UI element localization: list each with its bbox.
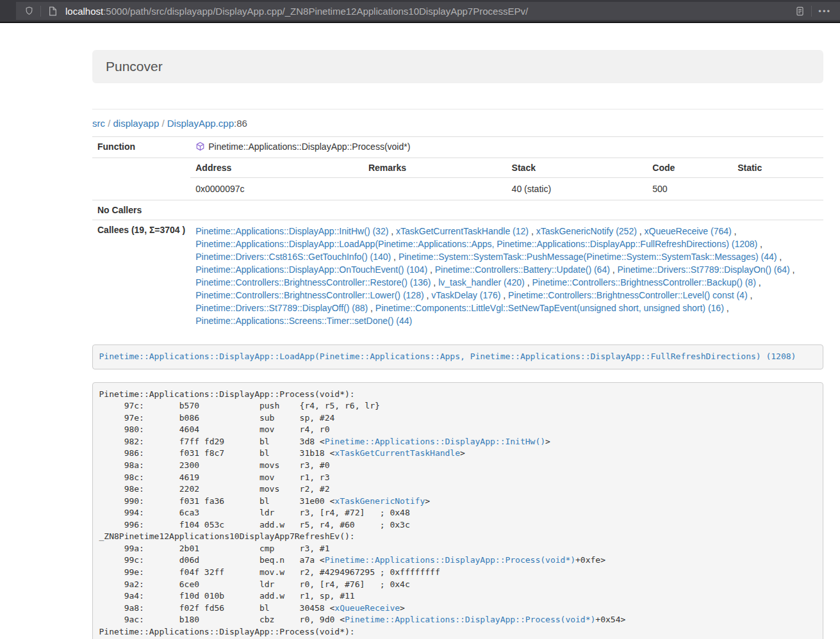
callee-link[interactable]: xTaskGetCurrentTaskHandle (12) [396, 226, 529, 236]
breadcrumb-link[interactable]: displayapp [113, 118, 160, 129]
toolbar-divider [811, 6, 812, 17]
details-header-row: Address Remarks Stack Code Static [190, 158, 823, 178]
highlighted-symbol-box: Pinetime::Applications::DisplayApp::Load… [92, 344, 823, 369]
app-header: Puncover [92, 50, 823, 83]
breadcrumb-line-number: :86 [234, 118, 247, 129]
assembly-symbol-link[interactable]: Pinetime::Applications::DisplayApp::Proc… [325, 555, 575, 565]
column-code: Code [647, 158, 732, 178]
url-text[interactable]: localhost:5000/path/src/displayapp/Displ… [65, 6, 792, 17]
callee-link[interactable]: Pinetime::Components::LittleVgl::SetNewT… [375, 303, 724, 313]
callee-link[interactable]: Pinetime::Controllers::BrightnessControl… [532, 277, 755, 287]
callee-link[interactable]: Pinetime::Drivers::St7789::DisplayOn() (… [618, 264, 790, 275]
callee-link[interactable]: lv_task_handler (420) [438, 277, 525, 287]
callee-link[interactable]: Pinetime::Drivers::Cst816S::GetTouchInfo… [195, 252, 391, 262]
callees-row: Callees (19, Σ=3704 ) Pinetime::Applicat… [92, 220, 823, 332]
function-row: Function Pinetime::Applications::Display… [92, 137, 823, 158]
static-value [732, 178, 823, 200]
column-remarks: Remarks [363, 158, 507, 178]
callee-link[interactable]: vTaskDelay (176) [431, 290, 500, 300]
callee-link[interactable]: Pinetime::Controllers::Battery::Update()… [435, 264, 610, 275]
callees-list: Pinetime::Applications::DisplayApp::Init… [190, 220, 823, 332]
callee-separator: , [391, 252, 399, 262]
function-label: Function [92, 137, 190, 158]
divider [92, 109, 823, 109]
callee-separator: , [756, 277, 761, 287]
callee-link[interactable]: Pinetime::Drivers::St7789::DisplayOff() … [195, 303, 368, 313]
assembly-symbol-link[interactable]: Pinetime::Applications::DisplayApp::Proc… [345, 615, 595, 624]
callee-separator: , [431, 277, 438, 287]
empty-label [92, 158, 190, 200]
code-value: 500 [647, 178, 732, 200]
assembly-symbol-link[interactable]: Pinetime::Applications::DisplayApp::Init… [325, 437, 545, 446]
callee-separator: , [637, 226, 645, 236]
callee-separator: , [368, 303, 375, 313]
function-details-table: Address Remarks Stack Code Static 0x0000… [190, 158, 823, 200]
callee-separator: , [525, 277, 532, 287]
no-callers-label: No Callers [92, 200, 190, 220]
callee-link[interactable]: Pinetime::Applications::Screens::Timer::… [195, 316, 412, 326]
assembly-symbol-link[interactable]: xQueueReceive [334, 603, 400, 613]
callee-link[interactable]: Pinetime::Applications::DisplayApp::Load… [195, 239, 757, 249]
callee-separator: , [724, 303, 729, 313]
page-title: Puncover [106, 59, 810, 74]
overflow-menu-icon[interactable]: ••• [818, 6, 831, 16]
address-value: 0x0000097c [190, 178, 363, 200]
function-name: Pinetime::Applications::DisplayApp::Proc… [208, 142, 410, 152]
callee-separator: , [757, 239, 762, 249]
column-static: Static [732, 158, 823, 178]
callers-row: No Callers [92, 200, 823, 220]
breadcrumb-separator: / [105, 118, 113, 129]
browser-url-bar[interactable]: localhost:5000/path/src/displayapp/Displ… [16, 2, 840, 20]
remarks-value [363, 178, 507, 200]
breadcrumb-link[interactable]: src [92, 118, 105, 129]
callee-link[interactable]: Pinetime::Controllers::BrightnessControl… [508, 290, 747, 300]
browser-toolbar: localhost:5000/path/src/displayapp/Displ… [0, 0, 840, 23]
breadcrumb-separator: / [159, 118, 167, 129]
callee-link[interactable]: Pinetime::Applications::DisplayApp::OnTo… [195, 264, 427, 275]
callers-cell [190, 200, 823, 220]
callee-separator: , [529, 226, 536, 236]
package-icon [195, 142, 205, 153]
toolbar-divider [40, 6, 41, 17]
function-table: Function Pinetime::Applications::Display… [92, 136, 823, 332]
page-content: Puncover src / displayapp / DisplayApp.c… [92, 50, 823, 639]
breadcrumb: src / displayapp / DisplayApp.cpp:86 [92, 118, 823, 129]
callee-separator: , [790, 264, 795, 275]
assembly-listing: Pinetime::Applications::DisplayApp::Proc… [99, 389, 817, 639]
assembly-symbol-link[interactable]: xTaskGenericNotify [334, 496, 425, 506]
page-icon[interactable] [45, 3, 60, 19]
callee-separator: , [748, 290, 753, 300]
callee-link[interactable]: Pinetime::Controllers::BrightnessControl… [195, 277, 431, 287]
callees-label: Callees (19, Σ=3704 ) [92, 220, 190, 332]
callee-separator: , [500, 290, 508, 300]
breadcrumb-link[interactable]: DisplayApp.cpp [167, 118, 234, 129]
reader-mode-icon[interactable] [792, 3, 807, 19]
callee-separator: , [732, 226, 737, 236]
column-address: Address [190, 158, 363, 178]
callee-separator: , [777, 252, 782, 262]
callee-separator: , [388, 226, 396, 236]
details-row: Address Remarks Stack Code Static 0x0000… [92, 158, 823, 200]
callee-link[interactable]: xTaskGenericNotify (252) [536, 226, 637, 236]
callee-link[interactable]: xQueueReceive (764) [645, 226, 732, 236]
shield-icon[interactable] [21, 3, 37, 19]
column-stack: Stack [507, 158, 648, 178]
details-value-row: 0x0000097c 40 (static) 500 [190, 178, 823, 200]
stack-value: 40 (static) [507, 178, 648, 200]
disassembly-box: Pinetime::Applications::DisplayApp::Proc… [92, 382, 823, 639]
callee-link[interactable]: Pinetime::Controllers::BrightnessControl… [195, 290, 424, 300]
callee-separator: , [610, 264, 618, 275]
url-path: :5000/path/src/displayapp/DisplayApp.cpp… [103, 6, 528, 17]
url-host: localhost [65, 6, 103, 17]
assembly-symbol-link[interactable]: xTaskGetCurrentTaskHandle [334, 448, 460, 458]
callee-link[interactable]: Pinetime::Applications::DisplayApp::Init… [195, 226, 388, 236]
highlighted-symbol-link[interactable]: Pinetime::Applications::DisplayApp::Load… [99, 352, 796, 361]
callee-separator: , [424, 290, 432, 300]
callee-link[interactable]: Pinetime::System::SystemTask::PushMessag… [399, 252, 777, 262]
callee-separator: , [427, 264, 435, 275]
